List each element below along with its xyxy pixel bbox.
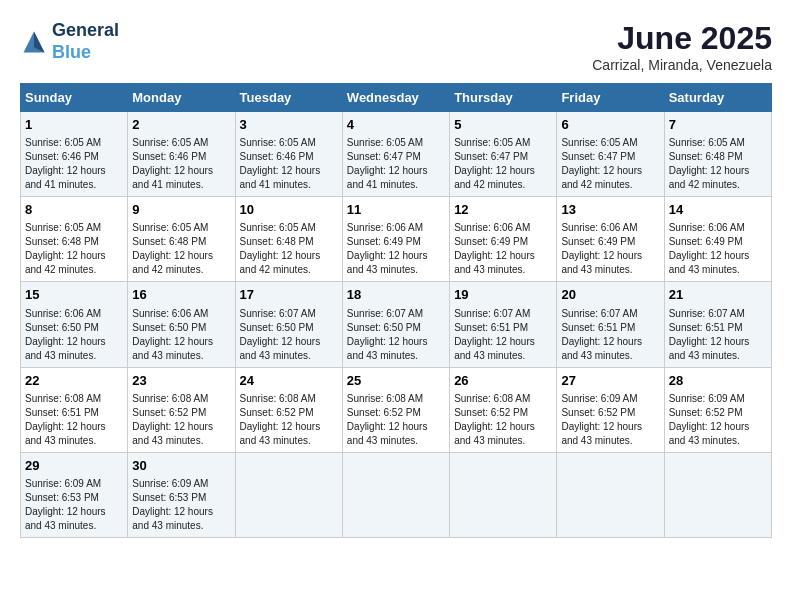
day-info: Sunrise: 6:08 AMSunset: 6:52 PMDaylight:…: [347, 392, 445, 448]
day-number: 26: [454, 372, 552, 390]
logo: General Blue: [20, 20, 119, 63]
header-thursday: Thursday: [450, 84, 557, 112]
day-info: Sunrise: 6:05 AMSunset: 6:46 PMDaylight:…: [132, 136, 230, 192]
calendar-cell: [450, 452, 557, 537]
calendar-table: SundayMondayTuesdayWednesdayThursdayFrid…: [20, 83, 772, 538]
calendar-cell: 11Sunrise: 6:06 AMSunset: 6:49 PMDayligh…: [342, 197, 449, 282]
day-info: Sunrise: 6:08 AMSunset: 6:52 PMDaylight:…: [132, 392, 230, 448]
calendar-cell: 10Sunrise: 6:05 AMSunset: 6:48 PMDayligh…: [235, 197, 342, 282]
day-info: Sunrise: 6:05 AMSunset: 6:47 PMDaylight:…: [347, 136, 445, 192]
day-info: Sunrise: 6:07 AMSunset: 6:50 PMDaylight:…: [240, 307, 338, 363]
header-friday: Friday: [557, 84, 664, 112]
day-info: Sunrise: 6:05 AMSunset: 6:46 PMDaylight:…: [25, 136, 123, 192]
day-number: 8: [25, 201, 123, 219]
calendar-cell: [557, 452, 664, 537]
day-number: 14: [669, 201, 767, 219]
day-info: Sunrise: 6:09 AMSunset: 6:52 PMDaylight:…: [669, 392, 767, 448]
day-info: Sunrise: 6:06 AMSunset: 6:50 PMDaylight:…: [132, 307, 230, 363]
day-info: Sunrise: 6:07 AMSunset: 6:51 PMDaylight:…: [454, 307, 552, 363]
day-info: Sunrise: 6:06 AMSunset: 6:50 PMDaylight:…: [25, 307, 123, 363]
calendar-cell: 21Sunrise: 6:07 AMSunset: 6:51 PMDayligh…: [664, 282, 771, 367]
calendar-cell: 13Sunrise: 6:06 AMSunset: 6:49 PMDayligh…: [557, 197, 664, 282]
calendar-cell: [342, 452, 449, 537]
day-number: 18: [347, 286, 445, 304]
day-number: 5: [454, 116, 552, 134]
week-row-0: 1Sunrise: 6:05 AMSunset: 6:46 PMDaylight…: [21, 112, 772, 197]
calendar-cell: 30Sunrise: 6:09 AMSunset: 6:53 PMDayligh…: [128, 452, 235, 537]
day-info: Sunrise: 6:08 AMSunset: 6:52 PMDaylight:…: [240, 392, 338, 448]
calendar-cell: 29Sunrise: 6:09 AMSunset: 6:53 PMDayligh…: [21, 452, 128, 537]
header-saturday: Saturday: [664, 84, 771, 112]
day-info: Sunrise: 6:05 AMSunset: 6:48 PMDaylight:…: [132, 221, 230, 277]
day-number: 10: [240, 201, 338, 219]
calendar-cell: [664, 452, 771, 537]
day-number: 22: [25, 372, 123, 390]
calendar-cell: 19Sunrise: 6:07 AMSunset: 6:51 PMDayligh…: [450, 282, 557, 367]
day-info: Sunrise: 6:06 AMSunset: 6:49 PMDaylight:…: [561, 221, 659, 277]
calendar-cell: 28Sunrise: 6:09 AMSunset: 6:52 PMDayligh…: [664, 367, 771, 452]
logo-line1: General: [52, 20, 119, 42]
week-row-4: 29Sunrise: 6:09 AMSunset: 6:53 PMDayligh…: [21, 452, 772, 537]
calendar-cell: 5Sunrise: 6:05 AMSunset: 6:47 PMDaylight…: [450, 112, 557, 197]
calendar-cell: 24Sunrise: 6:08 AMSunset: 6:52 PMDayligh…: [235, 367, 342, 452]
day-info: Sunrise: 6:06 AMSunset: 6:49 PMDaylight:…: [347, 221, 445, 277]
day-number: 24: [240, 372, 338, 390]
calendar-cell: 16Sunrise: 6:06 AMSunset: 6:50 PMDayligh…: [128, 282, 235, 367]
calendar-cell: 7Sunrise: 6:05 AMSunset: 6:48 PMDaylight…: [664, 112, 771, 197]
day-info: Sunrise: 6:09 AMSunset: 6:53 PMDaylight:…: [132, 477, 230, 533]
calendar-body: 1Sunrise: 6:05 AMSunset: 6:46 PMDaylight…: [21, 112, 772, 538]
calendar-cell: 27Sunrise: 6:09 AMSunset: 6:52 PMDayligh…: [557, 367, 664, 452]
calendar-cell: 25Sunrise: 6:08 AMSunset: 6:52 PMDayligh…: [342, 367, 449, 452]
page-header: General Blue June 2025 Carrizal, Miranda…: [20, 20, 772, 73]
day-info: Sunrise: 6:09 AMSunset: 6:52 PMDaylight:…: [561, 392, 659, 448]
calendar-cell: 6Sunrise: 6:05 AMSunset: 6:47 PMDaylight…: [557, 112, 664, 197]
day-info: Sunrise: 6:07 AMSunset: 6:51 PMDaylight:…: [561, 307, 659, 363]
day-number: 3: [240, 116, 338, 134]
calendar-cell: [235, 452, 342, 537]
day-number: 15: [25, 286, 123, 304]
calendar-header: SundayMondayTuesdayWednesdayThursdayFrid…: [21, 84, 772, 112]
calendar-cell: 23Sunrise: 6:08 AMSunset: 6:52 PMDayligh…: [128, 367, 235, 452]
calendar-cell: 2Sunrise: 6:05 AMSunset: 6:46 PMDaylight…: [128, 112, 235, 197]
day-number: 13: [561, 201, 659, 219]
day-info: Sunrise: 6:06 AMSunset: 6:49 PMDaylight:…: [669, 221, 767, 277]
day-info: Sunrise: 6:05 AMSunset: 6:48 PMDaylight:…: [240, 221, 338, 277]
calendar-cell: 12Sunrise: 6:06 AMSunset: 6:49 PMDayligh…: [450, 197, 557, 282]
day-info: Sunrise: 6:08 AMSunset: 6:52 PMDaylight:…: [454, 392, 552, 448]
day-number: 12: [454, 201, 552, 219]
calendar-cell: 3Sunrise: 6:05 AMSunset: 6:46 PMDaylight…: [235, 112, 342, 197]
logo-line2: Blue: [52, 42, 119, 64]
day-number: 2: [132, 116, 230, 134]
day-number: 20: [561, 286, 659, 304]
day-number: 19: [454, 286, 552, 304]
header-sunday: Sunday: [21, 84, 128, 112]
day-number: 30: [132, 457, 230, 475]
day-number: 28: [669, 372, 767, 390]
day-info: Sunrise: 6:05 AMSunset: 6:47 PMDaylight:…: [454, 136, 552, 192]
day-number: 21: [669, 286, 767, 304]
day-info: Sunrise: 6:07 AMSunset: 6:51 PMDaylight:…: [669, 307, 767, 363]
calendar-cell: 20Sunrise: 6:07 AMSunset: 6:51 PMDayligh…: [557, 282, 664, 367]
day-number: 23: [132, 372, 230, 390]
day-number: 1: [25, 116, 123, 134]
day-number: 25: [347, 372, 445, 390]
week-row-3: 22Sunrise: 6:08 AMSunset: 6:51 PMDayligh…: [21, 367, 772, 452]
day-info: Sunrise: 6:05 AMSunset: 6:47 PMDaylight:…: [561, 136, 659, 192]
calendar-cell: 22Sunrise: 6:08 AMSunset: 6:51 PMDayligh…: [21, 367, 128, 452]
calendar-cell: 4Sunrise: 6:05 AMSunset: 6:47 PMDaylight…: [342, 112, 449, 197]
day-number: 9: [132, 201, 230, 219]
day-number: 17: [240, 286, 338, 304]
day-info: Sunrise: 6:09 AMSunset: 6:53 PMDaylight:…: [25, 477, 123, 533]
day-info: Sunrise: 6:05 AMSunset: 6:46 PMDaylight:…: [240, 136, 338, 192]
calendar-subtitle: Carrizal, Miranda, Venezuela: [592, 57, 772, 73]
day-number: 7: [669, 116, 767, 134]
week-row-2: 15Sunrise: 6:06 AMSunset: 6:50 PMDayligh…: [21, 282, 772, 367]
calendar-title: June 2025: [592, 20, 772, 57]
header-row: SundayMondayTuesdayWednesdayThursdayFrid…: [21, 84, 772, 112]
day-number: 29: [25, 457, 123, 475]
header-tuesday: Tuesday: [235, 84, 342, 112]
day-info: Sunrise: 6:07 AMSunset: 6:50 PMDaylight:…: [347, 307, 445, 363]
calendar-cell: 8Sunrise: 6:05 AMSunset: 6:48 PMDaylight…: [21, 197, 128, 282]
calendar-cell: 18Sunrise: 6:07 AMSunset: 6:50 PMDayligh…: [342, 282, 449, 367]
day-info: Sunrise: 6:08 AMSunset: 6:51 PMDaylight:…: [25, 392, 123, 448]
